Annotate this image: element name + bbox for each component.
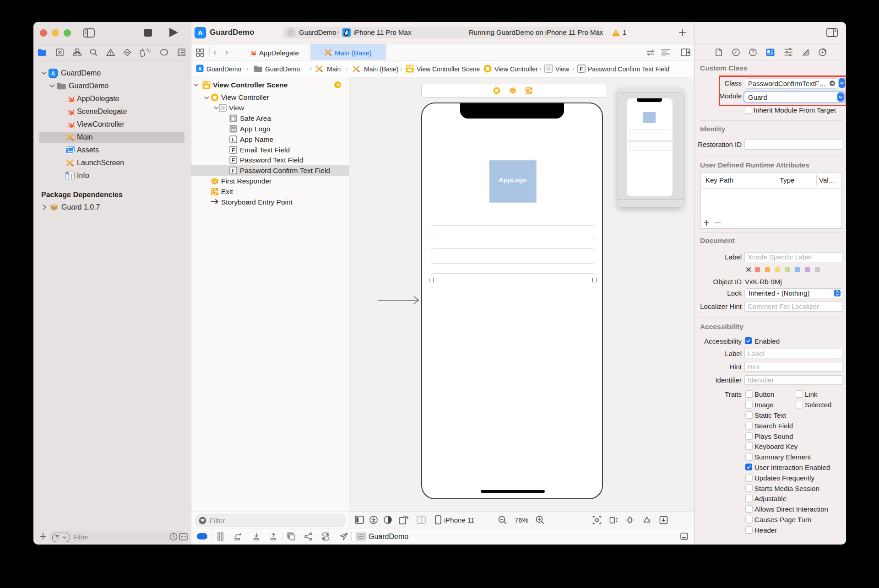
svg-text:F: F: [232, 157, 235, 163]
svg-text:A: A: [51, 70, 55, 77]
svg-text:F: F: [232, 147, 235, 152]
svg-text:F: F: [580, 66, 583, 72]
svg-text:L: L: [232, 136, 235, 142]
svg-text:F: F: [232, 168, 235, 173]
svg-text:A: A: [198, 29, 203, 37]
svg-text:A: A: [198, 66, 202, 71]
svg-text:?: ?: [752, 50, 754, 55]
